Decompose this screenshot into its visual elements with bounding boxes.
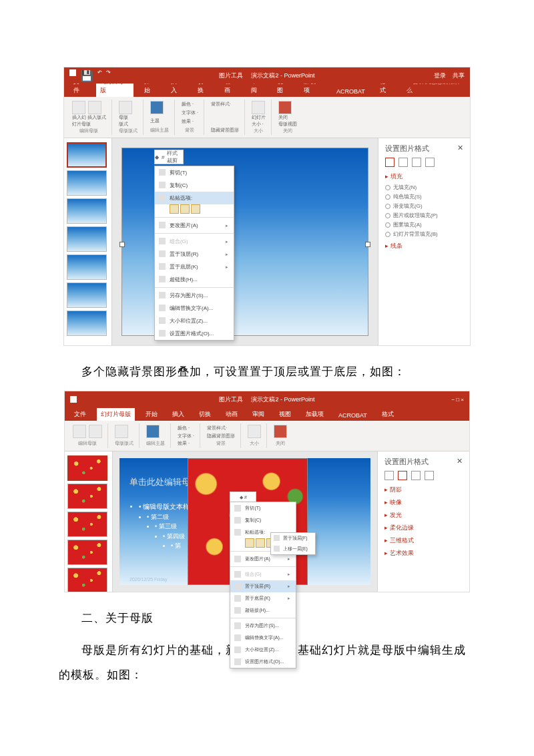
sub-bring-forward[interactable]: 上移一层(E) <box>271 544 315 554</box>
slide-canvas[interactable]: 单击此处编辑母版标题样式 • 编辑母版文本样式 • 第二级 • 第三级 • 第四… <box>113 451 377 592</box>
ppt-icon <box>69 69 76 76</box>
opt-no-fill[interactable]: 无填充(N) <box>385 184 463 191</box>
size-icon[interactable] <box>412 158 421 167</box>
tab-insert[interactable]: 插入 <box>168 408 188 421</box>
ctx-bring-front[interactable]: 置于顶层(R) <box>155 248 234 260</box>
slide-thumb[interactable] <box>67 282 107 308</box>
ctx-alt-text[interactable]: 编辑替换文字(A)... <box>230 632 296 644</box>
title-bar: 图片工具 演示文稿2 - PowerPoint − □ × <box>65 391 469 407</box>
slide-thumb[interactable] <box>67 142 107 168</box>
panel-tabs <box>385 158 463 167</box>
sec-glow[interactable]: ▸ 发光 <box>384 511 463 520</box>
ribbon: 编辑母版 母版版式 编辑主题 颜色 ·文字体 ·效果 · 背景样式·隐藏背景图形… <box>65 421 469 451</box>
tab-start[interactable]: 开始 <box>142 408 162 421</box>
slide-thumb[interactable] <box>67 540 107 565</box>
share-button[interactable]: 共享 <box>453 71 465 80</box>
sec-artistic[interactable]: ▸ 艺术效果 <box>384 549 463 558</box>
ctx-send-back[interactable]: 置于底层(K) <box>230 592 296 604</box>
ctx-save-as-pic[interactable]: 另存为图片(S)... <box>155 289 234 302</box>
ctx-cut[interactable]: 剪切(T) <box>155 166 234 179</box>
ppt-icon <box>70 396 77 403</box>
ctx-copy[interactable]: 复制(C) <box>230 514 296 526</box>
ctx-group[interactable]: 组合(G) <box>155 235 234 248</box>
paste-options <box>155 204 234 216</box>
slide-thumb[interactable] <box>67 254 107 280</box>
picture-icon[interactable] <box>425 471 434 480</box>
paste-icon[interactable] <box>180 204 190 214</box>
ribbon-tabs: 文件 幻灯片母版 开始 插入 切换 动画 审阅 视图 加载项 ACROBAT 格… <box>64 83 470 97</box>
slide-thumb[interactable] <box>67 512 107 537</box>
tool-context: 图片工具 <box>219 71 243 80</box>
ctx-change-picture[interactable]: 更改图片(A) <box>230 553 296 565</box>
ribbon-group: 颜色 ·文字体 ·效果 · <box>172 423 200 448</box>
opt-picture-fill[interactable]: 图片或纹理填充(P) <box>385 212 463 219</box>
ctx-alt-text[interactable]: 编辑替换文字(A)... <box>155 302 234 315</box>
slide-thumb[interactable] <box>67 311 107 336</box>
sub-bring-to-front[interactable]: 置于顶层(F) <box>271 533 315 544</box>
opt-slide-bg-fill[interactable]: 幻灯片背景填充(B) <box>385 230 463 238</box>
sec-soft-edges[interactable]: ▸ 柔化边缘 <box>384 524 463 532</box>
effects-icon[interactable] <box>398 471 407 480</box>
slide-image[interactable]: ◆#样式 裁剪 剪切(T) 复制(C) 粘贴选项: 更改图片(A) <box>121 148 368 336</box>
picture-icon[interactable] <box>425 158 435 167</box>
ctx-size-pos[interactable]: 大小和位置(Z)... <box>155 315 234 327</box>
title-bar: 💾 ↶ ↷ 图片工具 演示文稿2 - PowerPoint 登录 共享 <box>64 67 470 83</box>
ctx-format-pic[interactable]: 设置图片格式(O)... <box>230 656 296 668</box>
ctx-paste-options[interactable]: 粘贴选项: <box>155 192 234 204</box>
slide-thumb[interactable] <box>67 455 107 481</box>
ctx-size-pos[interactable]: 大小和位置(Z)... <box>230 644 296 656</box>
ctx-save-as-pic[interactable]: 另存为图片(S)... <box>230 620 296 632</box>
slide-canvas[interactable]: ◆#样式 裁剪 剪切(T) 复制(C) 粘贴选项: 更改图片(A) <box>112 138 378 345</box>
opt-gradient-fill[interactable]: 渐变填充(G) <box>385 202 463 210</box>
master-body-placeholder[interactable]: • 编辑母版文本样式 • 第二级 • 第三级 • 第四级 • 第 <box>129 502 196 551</box>
fill-icon[interactable] <box>385 158 394 167</box>
fill-icon[interactable] <box>384 471 394 480</box>
close-icon[interactable]: ✕ <box>457 144 463 154</box>
ctx-group[interactable]: 组合(G) <box>230 568 296 580</box>
opt-pattern-fill[interactable]: 图案填充(A) <box>385 221 463 228</box>
sec-reflection[interactable]: ▸ 映像 <box>384 498 463 507</box>
ctx-format-pic[interactable]: 设置图片格式(O)... <box>155 327 234 340</box>
size-icon[interactable] <box>411 471 421 480</box>
effects-icon[interactable] <box>398 158 408 167</box>
line-section[interactable]: ▸ 线条 <box>385 242 463 250</box>
ctx-bring-front[interactable]: 置于顶层(R) <box>230 580 296 592</box>
slide-thumb[interactable] <box>67 568 107 592</box>
mini-toolbar[interactable]: ◆#样式 裁剪 <box>154 150 184 164</box>
ctx-copy[interactable]: 复制(C) <box>155 179 234 192</box>
fill-section[interactable]: ▸ 填充 <box>385 172 463 181</box>
paste-icon[interactable] <box>170 204 179 214</box>
screenshot-2: 图片工具 演示文稿2 - PowerPoint − □ × 文件 幻灯片母版 开… <box>64 391 470 592</box>
thumbnail-panel[interactable] <box>65 451 113 592</box>
tab-addin[interactable]: 加载项 <box>302 408 328 421</box>
ctx-send-back[interactable]: 置于底层(K) <box>155 260 234 273</box>
tab-format[interactable]: 格式 <box>378 408 398 421</box>
ctx-hyperlink[interactable]: 超链接(H)... <box>230 604 296 616</box>
ctx-cut[interactable]: 剪切(T) <box>230 502 296 514</box>
context-menu: 剪切(T) 复制(C) 粘贴选项: 更改图片(A) 组合(G) <box>154 166 234 341</box>
slide-thumb[interactable] <box>67 198 107 224</box>
screenshot-1: 💾 ↶ ↷ 图片工具 演示文稿2 - PowerPoint 登录 共享 文件 幻… <box>63 67 471 346</box>
tab-file[interactable]: 文件 <box>70 408 90 421</box>
slide-thumb[interactable] <box>67 170 107 196</box>
ribbon-group-size: 幻灯片 大小 · 大小 <box>246 100 272 135</box>
ppt-window-1: 💾 ↶ ↷ 图片工具 演示文稿2 - PowerPoint 登录 共享 文件 幻… <box>63 67 471 346</box>
slide-thumb[interactable] <box>67 226 107 252</box>
tab-transition[interactable]: 切换 <box>195 408 215 421</box>
opt-solid-fill[interactable]: 纯色填充(S) <box>385 193 463 200</box>
tab-acrobat[interactable]: ACROBAT <box>334 410 371 421</box>
tab-view[interactable]: 视图 <box>275 408 295 421</box>
login-button[interactable]: 登录 <box>434 71 446 80</box>
tab-review[interactable]: 审阅 <box>248 408 268 421</box>
tab-slide-master[interactable]: 幻灯片母版 <box>97 408 135 421</box>
sec-shadow[interactable]: ▸ 阴影 <box>384 486 463 494</box>
slide-thumb[interactable] <box>67 484 107 509</box>
paste-icon[interactable] <box>191 204 200 214</box>
thumbnail-panel[interactable] <box>64 138 112 345</box>
tab-acrobat[interactable]: ACROBAT <box>332 86 369 97</box>
ctx-change-picture[interactable]: 更改图片(A) <box>155 219 234 232</box>
close-icon[interactable]: ✕ <box>457 457 463 467</box>
sec-3d[interactable]: ▸ 三维格式 <box>384 536 463 545</box>
ctx-hyperlink[interactable]: 超链接(H)... <box>155 273 234 286</box>
tab-animation[interactable]: 动画 <box>222 408 242 421</box>
